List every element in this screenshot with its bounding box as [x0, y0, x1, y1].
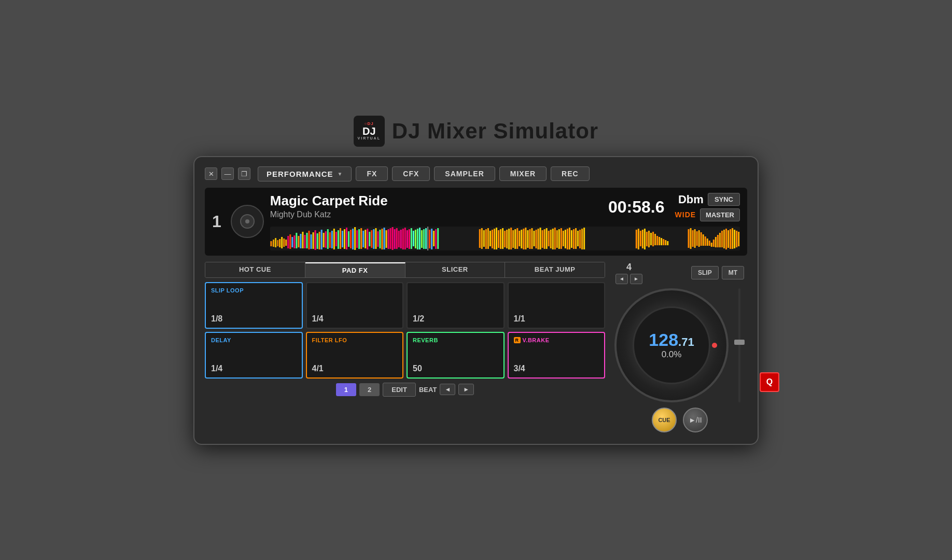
svg-rect-27 [325, 231, 327, 248]
track-artist: Mighty Dub Katz [270, 210, 388, 219]
svg-rect-66 [407, 230, 408, 248]
beat-nav: ◄ ► [615, 274, 642, 284]
svg-rect-75 [425, 228, 427, 249]
svg-rect-169 [730, 229, 731, 249]
svg-rect-1 [270, 241, 272, 246]
tab-mixer[interactable]: MIXER [499, 166, 547, 181]
svg-rect-113 [543, 229, 545, 249]
sync-button[interactable]: SYNC [708, 193, 740, 206]
pad-1-4[interactable]: 1/4 [306, 282, 404, 329]
svg-rect-156 [703, 234, 704, 246]
svg-rect-40 [352, 229, 354, 249]
pad-tab-slicer[interactable]: SLICER [405, 262, 506, 277]
pad-delay-value: 1/4 [211, 364, 297, 373]
svg-rect-137 [644, 229, 646, 249]
svg-rect-47 [367, 229, 368, 249]
beat-nav-next[interactable]: ► [630, 274, 642, 284]
play-pause-button[interactable]: ►/II [683, 408, 708, 432]
pad-1-2[interactable]: 1/2 [407, 282, 505, 329]
svg-rect-20 [310, 234, 312, 249]
master-button[interactable]: MASTER [700, 208, 740, 221]
svg-rect-142 [654, 234, 656, 245]
app-logo: ○DJ DJ VIRTUAL [354, 116, 385, 147]
q-button[interactable]: Q [760, 372, 779, 392]
cue-button[interactable]: CUE [652, 408, 677, 432]
close-button[interactable]: ✕ [205, 167, 217, 180]
pads-section: HOT CUE PAD FX SLICER BEAT JUMP SLIP LOO… [205, 262, 747, 432]
track-controls: Dbm SYNC WIDE MASTER [675, 193, 740, 221]
pitch-display: 0.0% [662, 349, 682, 360]
svg-rect-98 [512, 230, 514, 248]
svg-rect-155 [700, 232, 702, 246]
beat-prev-button[interactable]: ◄ [440, 384, 455, 395]
pitch-slider[interactable] [734, 288, 745, 402]
svg-rect-102 [521, 230, 522, 248]
tab-sampler[interactable]: SAMPLER [434, 166, 495, 181]
svg-rect-160 [711, 243, 712, 247]
pad-reverb[interactable]: REVERB 50 [407, 332, 505, 379]
svg-rect-96 [508, 229, 510, 249]
svg-rect-143 [656, 236, 658, 245]
svg-rect-104 [525, 228, 526, 249]
pad-filter-lfo[interactable]: FILTER LFO 4/1 [306, 332, 404, 379]
svg-rect-150 [690, 228, 691, 249]
jog-wheel[interactable]: 128 . 71 0.0% [614, 288, 729, 402]
svg-rect-67 [409, 229, 410, 249]
mt-button[interactable]: MT [722, 266, 744, 279]
svg-rect-82 [479, 229, 481, 248]
track-section: 1 Magic Carpet Ride Mighty Dub Katz 00:5… [205, 188, 747, 256]
beat-next-button[interactable]: ► [458, 384, 474, 395]
svg-rect-55 [383, 228, 385, 249]
svg-rect-34 [340, 228, 341, 249]
svg-rect-125 [569, 228, 570, 249]
svg-rect-73 [421, 230, 423, 248]
tab-rec[interactable]: REC [551, 166, 590, 181]
edit-button[interactable]: EDIT [383, 383, 416, 397]
svg-rect-52 [377, 231, 379, 247]
page-1-button[interactable]: 1 [336, 383, 356, 396]
pad-1-2-value: 1/2 [413, 314, 498, 324]
svg-rect-13 [296, 233, 297, 248]
minimize-button[interactable]: — [221, 167, 234, 180]
svg-rect-26 [323, 233, 324, 247]
pad-1-1[interactable]: 1/1 [508, 282, 606, 329]
pad-slip-loop[interactable]: SLIP LOOP 1/8 [205, 282, 303, 329]
pad-vbrake[interactable]: R V.BRAKE 3/4 [508, 332, 606, 379]
beat-nav-prev[interactable]: ◄ [615, 274, 628, 284]
device-container: ✕ — ❐ PERFORMANCE ▼ FX CFX SAMPLER MIXER… [193, 156, 759, 445]
svg-rect-64 [402, 229, 404, 249]
svg-rect-153 [696, 231, 697, 246]
svg-rect-91 [498, 230, 499, 248]
svg-rect-88 [492, 230, 493, 248]
svg-rect-95 [506, 230, 508, 248]
maximize-button[interactable]: ❐ [238, 167, 250, 180]
svg-rect-53 [379, 230, 381, 248]
key-display: Dbm [678, 193, 704, 206]
svg-rect-92 [500, 229, 501, 249]
svg-rect-71 [417, 229, 418, 249]
svg-rect-120 [558, 229, 560, 249]
svg-rect-149 [688, 229, 689, 248]
tab-fx[interactable]: FX [356, 166, 388, 181]
pad-tab-hot-cue[interactable]: HOT CUE [205, 262, 305, 277]
svg-rect-94 [504, 231, 506, 247]
svg-rect-41 [354, 227, 356, 250]
svg-rect-116 [550, 230, 551, 248]
pad-tab-pad-fx[interactable]: PAD FX [305, 262, 405, 277]
page-2-button[interactable]: 2 [359, 383, 380, 396]
pad-tab-beat-jump[interactable]: BEAT JUMP [505, 262, 605, 277]
jog-wheel-row: 128 . 71 0.0% [614, 288, 745, 402]
svg-rect-109 [535, 230, 537, 248]
bpm-display: 128 [649, 331, 678, 348]
mode-dropdown[interactable]: PERFORMANCE ▼ [258, 166, 352, 181]
svg-rect-166 [723, 230, 725, 248]
svg-rect-28 [327, 229, 329, 249]
svg-rect-111 [539, 228, 541, 249]
beat-control: BEAT ◄ ► [419, 384, 474, 395]
svg-rect-32 [335, 232, 337, 246]
tab-cfx[interactable]: CFX [392, 166, 430, 181]
slip-button[interactable]: SLIP [691, 266, 719, 279]
pad-delay[interactable]: DELAY 1/4 [205, 332, 303, 379]
svg-rect-74 [423, 229, 425, 249]
app-header: ○DJ DJ VIRTUAL DJ Mixer Simulator [354, 116, 598, 147]
